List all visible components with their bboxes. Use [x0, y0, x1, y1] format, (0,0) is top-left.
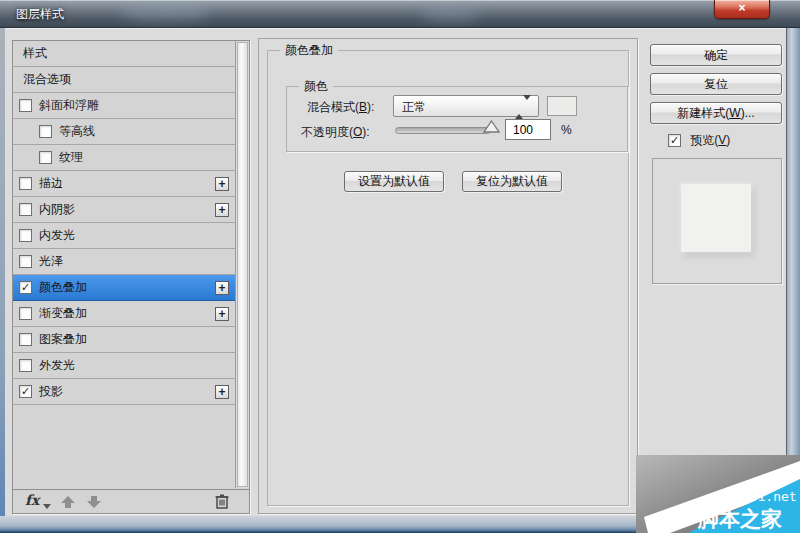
preview-checkbox-label: 预览(V)	[690, 132, 730, 149]
delete-style-trash-icon[interactable]	[213, 493, 231, 509]
style-item-label: 外发光	[39, 353, 75, 378]
opacity-input[interactable]	[505, 119, 551, 140]
style-list-item-1[interactable]: 混合选项	[13, 67, 235, 93]
color-overlay-group: 颜色叠加 颜色 混合模式(B): 正常 不透明度(O):	[267, 50, 629, 506]
style-list-item-0[interactable]: 样式	[13, 41, 235, 67]
style-item-label: 内阴影	[39, 197, 75, 222]
overlay-color-swatch[interactable]	[547, 96, 577, 116]
close-button[interactable]: ×	[714, 0, 770, 19]
dialog-body: 样式混合选项斜面和浮雕等高线纹理描边+内阴影+内发光光泽✓颜色叠加+渐变叠加+图…	[5, 28, 786, 516]
layer-style-dialog: 图层样式 × 样式混合选项斜面和浮雕等高线纹理描边+内阴影+内发光光泽✓颜色叠加…	[0, 0, 800, 533]
group-title: 颜色叠加	[280, 43, 338, 58]
style-item-label: 描边	[39, 171, 63, 196]
move-style-up-button[interactable]	[59, 494, 77, 510]
style-checkbox[interactable]	[19, 99, 32, 112]
subgroup-title: 颜色	[299, 79, 333, 94]
blend-mode-value: 正常	[402, 99, 426, 116]
style-item-label: 投影	[39, 379, 63, 404]
watermark-site: jb51.net	[734, 489, 797, 504]
style-checkbox[interactable]	[39, 151, 52, 164]
add-instance-plus-button[interactable]: +	[215, 203, 229, 217]
opacity-slider-thumb[interactable]	[483, 120, 500, 133]
style-checkbox[interactable]	[19, 359, 32, 372]
style-item-label: 渐变叠加	[39, 301, 87, 326]
style-checkbox[interactable]	[19, 229, 32, 242]
reset-button[interactable]: 复位	[650, 73, 782, 95]
style-checkbox[interactable]	[19, 203, 32, 216]
add-instance-plus-button[interactable]: +	[215, 307, 229, 321]
style-list-item-9[interactable]: ✓颜色叠加+	[13, 275, 235, 301]
style-item-label: 光泽	[39, 249, 63, 274]
style-preview-thumbnail	[652, 158, 782, 284]
glass-reflection	[420, 8, 480, 22]
styles-list-panel: 样式混合选项斜面和浮雕等高线纹理描边+内阴影+内发光光泽✓颜色叠加+渐变叠加+图…	[12, 40, 250, 514]
style-list-item-7[interactable]: 内发光	[13, 223, 235, 249]
style-list-item-13[interactable]: ✓投影+	[13, 379, 235, 405]
style-list-item-2[interactable]: 斜面和浮雕	[13, 93, 235, 119]
style-list-item-11[interactable]: 图案叠加	[13, 327, 235, 353]
blend-mode-dropdown[interactable]: 正常	[393, 95, 539, 117]
watermark-name: 脚本之家	[697, 507, 782, 531]
preview-checkbox[interactable]: ✓ 预览(V)	[668, 132, 730, 149]
styles-scrollbar[interactable]	[235, 41, 249, 488]
style-item-label: 纹理	[59, 145, 83, 170]
dropdown-spinner-icon	[515, 100, 531, 114]
style-checkbox[interactable]: ✓	[19, 385, 32, 398]
style-checkbox[interactable]	[39, 125, 52, 138]
style-list-item-8[interactable]: 光泽	[13, 249, 235, 275]
style-item-label: 斜面和浮雕	[39, 93, 99, 118]
style-list-item-12[interactable]: 外发光	[13, 353, 235, 379]
blend-mode-label: 混合模式(B):	[307, 99, 374, 116]
style-item-label: 内发光	[39, 223, 75, 248]
preview-checkbox-box[interactable]: ✓	[668, 134, 681, 147]
add-instance-plus-button[interactable]: +	[215, 177, 229, 191]
style-item-label: 颜色叠加	[39, 275, 87, 300]
glass-reflection	[120, 4, 210, 22]
color-subgroup: 颜色 混合模式(B): 正常 不透明度(O):	[286, 86, 628, 152]
style-checkbox[interactable]	[19, 333, 32, 346]
add-instance-plus-button[interactable]: +	[215, 281, 229, 295]
style-preview-swatch	[681, 184, 751, 252]
window-title: 图层样式	[16, 6, 64, 23]
opacity-label: 不透明度(O):	[301, 124, 370, 141]
fx-menu-button[interactable]: fx	[25, 492, 39, 508]
style-list-item-3[interactable]: 等高线	[13, 119, 235, 145]
fx-caret-icon	[43, 504, 51, 509]
style-item-label: 样式	[23, 41, 47, 66]
titlebar[interactable]: 图层样式 ×	[0, 0, 800, 28]
style-list-item-10[interactable]: 渐变叠加+	[13, 301, 235, 327]
style-item-label: 图案叠加	[39, 327, 87, 352]
watermark: jb51.net 脚本之家	[636, 455, 800, 533]
style-checkbox[interactable]: ✓	[19, 281, 32, 294]
styles-footer-bar: fx	[13, 489, 249, 513]
settings-panel: 颜色叠加 颜色 混合模式(B): 正常 不透明度(O):	[258, 38, 638, 514]
opacity-unit: %	[561, 123, 572, 137]
window-border-right	[786, 28, 800, 516]
style-checkbox[interactable]	[19, 177, 32, 190]
style-checkbox[interactable]	[19, 255, 32, 268]
opacity-slider-track[interactable]	[395, 127, 491, 134]
style-checkbox[interactable]	[19, 307, 32, 320]
style-list-item-5[interactable]: 描边+	[13, 171, 235, 197]
add-instance-plus-button[interactable]: +	[215, 385, 229, 399]
reset-default-button[interactable]: 复位为默认值	[462, 171, 562, 192]
scrollbar-thumb[interactable]	[237, 42, 248, 487]
style-item-label: 混合选项	[23, 67, 71, 92]
move-style-down-button[interactable]	[85, 494, 103, 510]
set-default-button[interactable]: 设置为默认值	[344, 171, 444, 192]
style-item-label: 等高线	[59, 119, 95, 144]
ok-button[interactable]: 确定	[650, 44, 782, 66]
close-icon: ×	[738, 1, 745, 15]
style-list-item-4[interactable]: 纹理	[13, 145, 235, 171]
styles-list: 样式混合选项斜面和浮雕等高线纹理描边+内阴影+内发光光泽✓颜色叠加+渐变叠加+图…	[13, 41, 235, 488]
new-style-button[interactable]: 新建样式(W)...	[650, 102, 782, 124]
style-list-item-6[interactable]: 内阴影+	[13, 197, 235, 223]
